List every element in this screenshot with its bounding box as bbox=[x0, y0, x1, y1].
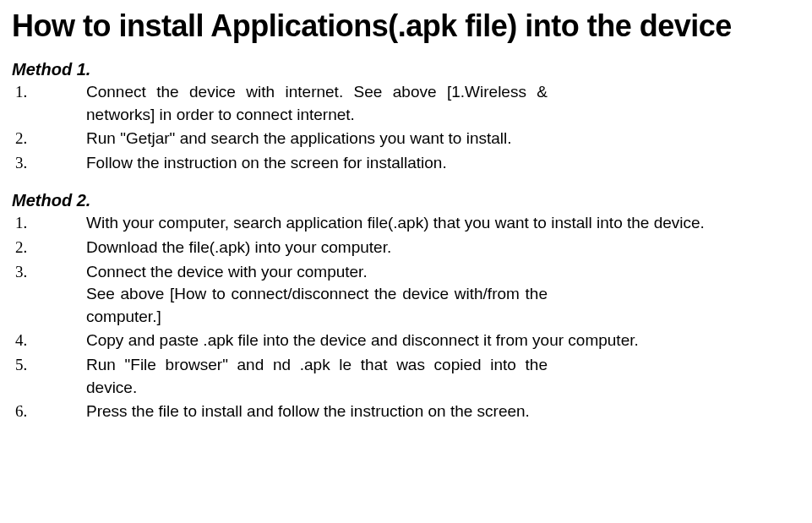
method-2-heading: Method 2. bbox=[12, 191, 800, 210]
list-number: 1. bbox=[12, 212, 86, 235]
list-text: Connect the device with internet. See ab… bbox=[86, 81, 548, 126]
list-item: 2. Run "Getjar" and search the applicati… bbox=[12, 128, 800, 150]
list-number: 5. bbox=[12, 354, 86, 377]
list-text-extra: See above [How to connect/disconnect the… bbox=[86, 283, 548, 328]
list-text: Follow the instruction on the screen for… bbox=[86, 152, 548, 175]
list-text: Copy and paste .apk file into the device… bbox=[86, 330, 800, 352]
list-text-wrap: Connect the device with your computer. S… bbox=[86, 261, 800, 329]
list-number: 4. bbox=[12, 330, 86, 352]
list-item: 3. Follow the instruction on the screen … bbox=[12, 152, 800, 175]
list-item: 4. Copy and paste .apk file into the dev… bbox=[12, 330, 800, 352]
list-number: 6. bbox=[12, 400, 86, 423]
method-2-list: 1. With your computer, search applicatio… bbox=[12, 212, 800, 422]
list-text: Connect the device with your computer. bbox=[86, 261, 548, 284]
list-text: Run "Getjar" and search the applications… bbox=[86, 128, 548, 150]
list-text: Press the file to install and follow the… bbox=[86, 400, 800, 423]
list-number: 3. bbox=[12, 261, 86, 284]
list-number: 2. bbox=[12, 237, 86, 259]
list-text: Run "File browser" and nd .apk le that w… bbox=[86, 354, 548, 399]
list-item: 1. Connect the device with internet. See… bbox=[12, 81, 800, 126]
list-number: 2. bbox=[12, 128, 86, 150]
list-text: With your computer, search application f… bbox=[86, 212, 800, 235]
list-number: 1. bbox=[12, 81, 86, 104]
list-item: 6. Press the file to install and follow … bbox=[12, 400, 800, 423]
list-item: 1. With your computer, search applicatio… bbox=[12, 212, 800, 235]
list-text: Download the file(.apk) into your comput… bbox=[86, 237, 800, 259]
list-item: 5. Run "File browser" and nd .apk le tha… bbox=[12, 354, 800, 399]
method-1-heading: Method 1. bbox=[12, 60, 800, 79]
method-1-list: 1. Connect the device with internet. See… bbox=[12, 81, 800, 174]
page-title: How to install Applications(.apk file) i… bbox=[12, 7, 800, 45]
list-item: 2. Download the file(.apk) into your com… bbox=[12, 237, 800, 259]
list-item: 3. Connect the device with your computer… bbox=[12, 261, 800, 329]
list-number: 3. bbox=[12, 152, 86, 175]
